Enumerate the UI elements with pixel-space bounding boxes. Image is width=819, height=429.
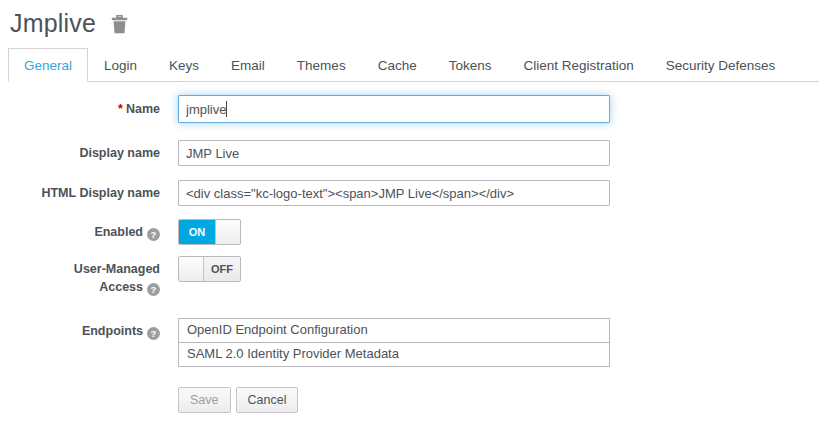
openid-endpoint-link[interactable]: OpenID Endpoint Configuration: [178, 318, 610, 343]
endpoints-row: Endpoints? OpenID Endpoint Configuration…: [8, 318, 819, 367]
tab-email[interactable]: Email: [215, 48, 281, 82]
saml-metadata-link[interactable]: SAML 2.0 Identity Provider Metadata: [178, 342, 610, 367]
tab-keys[interactable]: Keys: [153, 48, 215, 82]
help-icon[interactable]: ?: [147, 283, 160, 296]
delete-realm-button[interactable]: [111, 15, 128, 34]
toggle-on-label: ON: [179, 220, 215, 244]
help-icon[interactable]: ?: [147, 228, 160, 241]
toggle-off-label: OFF: [204, 257, 240, 281]
html-display-name-row: HTML Display name: [8, 180, 819, 206]
tab-client-registration[interactable]: Client Registration: [507, 48, 649, 82]
tab-security-defenses[interactable]: Security Defenses: [650, 48, 792, 82]
tab-general[interactable]: General: [8, 48, 88, 82]
display-name-input[interactable]: [178, 140, 610, 166]
required-marker: *: [118, 102, 123, 116]
html-display-name-label: HTML Display name: [8, 184, 160, 202]
html-display-name-input[interactable]: [178, 180, 610, 206]
user-managed-access-toggle[interactable]: OFF: [178, 256, 241, 282]
general-settings-form: *Name Display name HTML Display name: [8, 82, 819, 413]
user-managed-access-label: User-Managed Access?: [8, 256, 160, 296]
page-header: Jmplive: [8, 6, 819, 40]
name-row: *Name: [8, 95, 819, 123]
name-input[interactable]: [178, 95, 610, 123]
save-button[interactable]: Save: [178, 387, 231, 413]
text-cursor: [226, 101, 227, 117]
settings-tabs: General Login Keys Email Themes Cache To…: [8, 48, 819, 82]
tab-themes[interactable]: Themes: [281, 48, 362, 82]
help-icon[interactable]: ?: [147, 327, 160, 340]
tab-cache[interactable]: Cache: [362, 48, 433, 82]
endpoints-label: Endpoints?: [8, 318, 160, 367]
form-actions: Save Cancel: [8, 387, 819, 413]
realm-settings-page: Jmplive General Login Keys Email Themes …: [0, 0, 819, 413]
enabled-row: Enabled? ON: [8, 219, 819, 245]
display-name-label: Display name: [8, 144, 160, 162]
name-label: *Name: [8, 100, 160, 118]
enabled-label: Enabled?: [8, 223, 160, 241]
trash-icon: [111, 22, 128, 37]
tab-login[interactable]: Login: [88, 48, 153, 82]
toggle-handle: [179, 257, 204, 281]
tab-tokens[interactable]: Tokens: [433, 48, 508, 82]
enabled-toggle[interactable]: ON: [178, 219, 241, 245]
page-title: Jmplive: [10, 9, 96, 38]
display-name-row: Display name: [8, 140, 819, 166]
user-managed-access-row: User-Managed Access? OFF: [8, 256, 819, 296]
cancel-button[interactable]: Cancel: [236, 387, 299, 413]
toggle-handle: [215, 220, 240, 244]
